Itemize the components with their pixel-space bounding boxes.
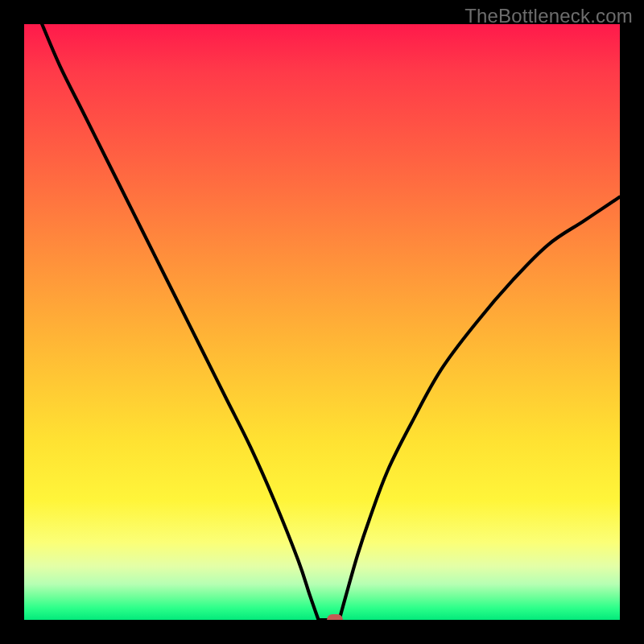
optimum-marker bbox=[327, 614, 343, 620]
chart-frame: TheBottleneck.com bbox=[0, 0, 644, 644]
curve-svg bbox=[24, 24, 620, 620]
bottleneck-curve bbox=[42, 24, 620, 620]
plot-area bbox=[24, 24, 620, 620]
